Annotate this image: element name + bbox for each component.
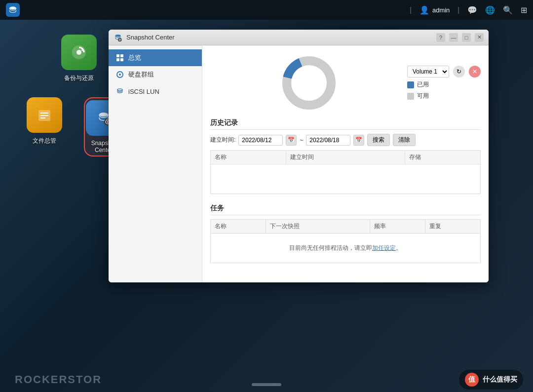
watermark: 值 什么值得买: [459, 370, 523, 390]
svg-point-38: [99, 113, 108, 117]
app-icon-filemanager[interactable]: 文件总管: [25, 97, 64, 145]
snapshot-window: Snapshot Center ? — □ ✕: [109, 30, 489, 282]
filemanager-label: 文件总管: [33, 137, 56, 145]
clear-circle-button[interactable]: ✕: [469, 66, 481, 78]
task-col-name: 名称: [211, 220, 266, 234]
bottom-pill: [252, 383, 281, 386]
svg-point-56: [296, 70, 322, 96]
help-button[interactable]: ?: [436, 33, 445, 42]
date-from-input[interactable]: [238, 135, 283, 146]
svg-point-53: [117, 89, 122, 91]
main-content: Volume 1 ↻ ✕ 已用 可用: [202, 45, 489, 282]
date-filter: 建立时间: 📅 ~ 📅 搜索 清除: [210, 134, 481, 146]
date-label: 建立时间:: [210, 136, 235, 144]
task-empty-text: 目前尚无任何排程活动，请立即: [289, 244, 372, 251]
bottom-pill-container: [252, 383, 281, 386]
task-after-link: 。: [396, 244, 402, 251]
svg-point-2: [76, 50, 81, 55]
legend-avail: 可用: [407, 92, 481, 100]
history-header: 历史记录: [210, 118, 481, 130]
svg-rect-47: [116, 54, 119, 57]
used-label: 已用: [417, 80, 429, 89]
volume-row: Volume 1 ↻ ✕ 已用 可用: [210, 53, 481, 113]
app-icon-backup[interactable]: 备份与还原: [59, 35, 99, 82]
taskbar: | 👤 admin | 💬 🌐 🔍 ⊞: [0, 0, 533, 20]
minimize-button[interactable]: —: [449, 33, 458, 42]
svg-rect-50: [120, 58, 123, 61]
svg-point-0: [9, 6, 16, 9]
search-icon[interactable]: 🔍: [503, 5, 513, 15]
col-name: 名称: [211, 151, 286, 164]
svg-point-46: [119, 39, 120, 40]
window-controls: ? — □ ✕: [436, 33, 484, 42]
sidebar-item-overview[interactable]: 总览: [109, 49, 202, 66]
overview-label: 总览: [128, 53, 141, 62]
col-storage: 存储: [405, 151, 481, 164]
svg-rect-42: [106, 119, 108, 120]
taskbar-right: | 👤 admin | 💬 🌐 🔍 ⊞: [410, 5, 527, 15]
sidebar-item-diskgroup[interactable]: 硬盘群组: [109, 66, 202, 83]
window-title: Snapshot Center: [126, 34, 432, 41]
col-created: 建立时间: [286, 151, 405, 164]
taskbar-left: [6, 3, 20, 17]
taskbar-app-icon[interactable]: [6, 3, 20, 17]
history-section: 历史记录 建立时间: 📅 ~ 📅 搜索 清除: [210, 118, 481, 194]
watermark-text: 什么值得买: [483, 375, 517, 384]
grid-icon[interactable]: ⊞: [521, 5, 527, 15]
task-header: 任务: [210, 204, 481, 215]
used-color-swatch: [407, 81, 414, 88]
svg-point-52: [119, 74, 121, 76]
history-table: 名称 建立时间 存储: [210, 150, 481, 194]
task-col-freq: 频率: [370, 220, 425, 234]
date-to-input[interactable]: [306, 135, 350, 146]
close-button[interactable]: ✕: [475, 33, 484, 42]
task-section: 任务 名称 下一次快照 频率 重复: [210, 204, 481, 263]
refresh-button[interactable]: ↻: [453, 66, 465, 78]
svg-rect-49: [116, 58, 119, 61]
bottom-bar: ROCKERSTOR 值 什么值得买: [0, 367, 533, 392]
legend-used: 已用: [407, 80, 481, 89]
calendar-to-button[interactable]: 📅: [353, 135, 364, 146]
divider1: |: [410, 6, 412, 14]
clear-button[interactable]: 清除: [393, 134, 416, 146]
window-titlebar: Snapshot Center ? — □ ✕: [109, 30, 489, 45]
iscsi-label: iSCSI LUN: [128, 88, 159, 95]
volume-select[interactable]: Volume 1: [407, 66, 449, 78]
window-title-icon: [114, 33, 122, 42]
brand-text: ROCKERSTOR: [10, 373, 102, 386]
username-label: admin: [432, 6, 450, 14]
divider2: |: [457, 6, 459, 14]
search-button[interactable]: 搜索: [367, 134, 390, 146]
watermark-icon: 值: [465, 373, 479, 387]
task-table: 名称 下一次快照 频率 重复 目前尚无任何排程活动，请立即加任设定。: [210, 219, 481, 263]
maximize-button[interactable]: □: [462, 33, 471, 42]
message-icon[interactable]: 💬: [467, 5, 477, 15]
sidebar-item-iscsi[interactable]: iSCSI LUN: [109, 83, 202, 100]
overview-icon: [115, 53, 124, 62]
window-sidebar: 总览 硬盘群组: [109, 45, 202, 282]
notification-icon[interactable]: 🌐: [485, 5, 495, 15]
diskgroup-label: 硬盘群组: [128, 70, 154, 79]
volume-controls: Volume 1 ↻ ✕: [407, 66, 481, 78]
task-col-repeat: 重复: [425, 220, 480, 234]
svg-rect-48: [120, 54, 123, 57]
svg-point-43: [115, 35, 121, 37]
avail-label: 可用: [417, 92, 429, 100]
avail-color-swatch: [407, 93, 414, 100]
task-empty-info: 目前尚无任何排程活动，请立即加任设定。: [215, 236, 476, 260]
task-empty-row: 目前尚无任何排程活动，请立即加任设定。: [211, 234, 481, 263]
desktop: 备份与还原 存储管理员 访问: [0, 20, 533, 392]
task-col-next: 下一次快照: [266, 220, 370, 234]
task-link[interactable]: 加任设定: [372, 244, 396, 251]
filemanager-icon-img: [27, 97, 62, 133]
calendar-from-button[interactable]: 📅: [286, 135, 297, 146]
tilde-separator: ~: [300, 137, 303, 144]
backup-label: 备份与还原: [64, 74, 94, 82]
donut-chart: [279, 53, 339, 113]
diskgroup-icon: [115, 70, 124, 79]
backup-icon-img: [61, 35, 97, 70]
taskbar-user[interactable]: 👤 admin: [419, 5, 450, 15]
history-empty-row: [211, 164, 481, 194]
iscsi-icon: [115, 87, 124, 96]
window-body: 总览 硬盘群组: [109, 45, 489, 282]
